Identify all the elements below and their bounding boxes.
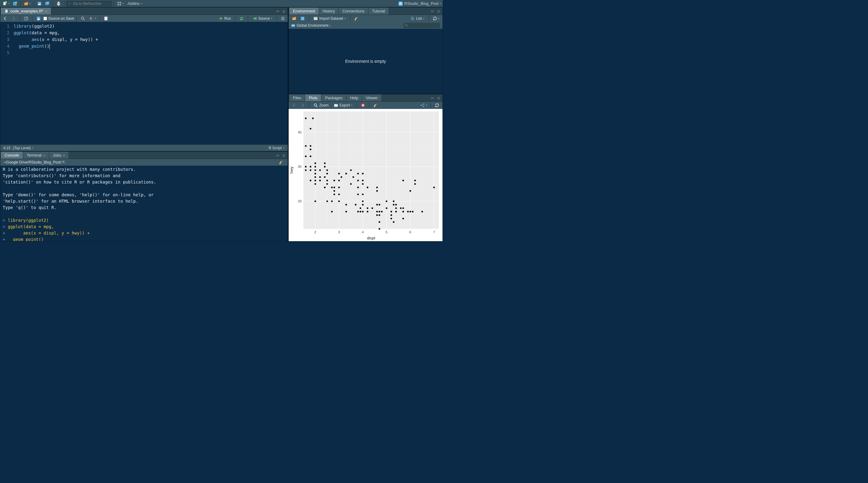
goto-file-function-input[interactable]: Go to file/function [66,1,112,6]
tab-environment[interactable]: Environment [289,8,319,14]
maximize-pane-button[interactable]: ◻ [436,96,441,100]
refresh-env-button[interactable]: ▾ [431,15,441,22]
maximize-pane-button[interactable]: ◻ [436,9,441,13]
close-icon[interactable]: × [43,154,45,157]
source-on-save-checkbox[interactable]: Source on Save [43,17,74,21]
save-workspace-button[interactable] [299,15,306,22]
clear-env-button[interactable] [353,15,360,22]
compile-report-button[interactable] [102,15,110,22]
remove-plot-button[interactable] [359,102,367,108]
clear-plots-button[interactable] [372,102,379,108]
save-button[interactable] [36,1,43,7]
plot-prev-button[interactable] [290,102,298,108]
svg-point-153 [395,211,397,213]
svg-point-149 [391,214,392,216]
code-tools-button[interactable]: ▾ [88,15,97,22]
svg-point-71 [310,145,311,147]
svg-point-135 [376,187,378,188]
export-button[interactable]: Export▾ [332,103,354,108]
tab-terminal[interactable]: Terminal× [23,152,50,159]
tab-history[interactable]: History [319,8,339,14]
maximize-pane-button[interactable]: ◻ [281,9,286,13]
tab-packages[interactable]: Packages [321,94,346,101]
load-workspace-button[interactable] [290,15,298,22]
svg-point-92 [326,183,328,185]
tab-help[interactable]: Help [346,94,362,101]
svg-point-18 [5,10,6,11]
svg-point-109 [345,173,347,174]
svg-point-69 [310,180,311,181]
svg-point-144 [381,211,382,213]
refresh-plot-button[interactable] [433,102,441,108]
new-file-button[interactable]: ▾ [1,1,11,7]
tab-console[interactable]: Console [1,152,23,159]
svg-text:4: 4 [362,230,364,234]
print-button[interactable] [55,1,62,7]
show-in-new-window-button[interactable] [23,15,30,22]
close-icon[interactable]: × [45,9,47,13]
new-project-button[interactable] [11,1,19,7]
svg-point-107 [338,200,340,202]
minimize-pane-button[interactable]: ▭ [429,9,435,13]
minimize-pane-button[interactable]: ▭ [429,96,435,100]
addins-menu[interactable]: Addins ▾ [126,1,144,7]
back-button[interactable] [2,15,9,22]
source-tab-label: code_examples.R* [10,9,43,13]
svg-point-113 [350,183,352,185]
tools-grid-button[interactable]: ▾ [116,1,125,7]
save-all-button[interactable] [44,1,51,7]
tab-plots[interactable]: Plots [305,94,321,101]
tab-connections[interactable]: Connections [339,8,368,14]
view-mode-button[interactable]: List▾ [408,16,426,21]
tab-tutorial[interactable]: Tutorial [368,8,389,14]
open-file-button[interactable]: ▾ [23,1,32,7]
svg-point-98 [331,211,333,213]
close-icon[interactable]: × [63,154,65,157]
env-search-input[interactable] [404,23,440,28]
svg-point-22 [81,17,84,20]
svg-point-105 [338,187,340,188]
tab-viewer[interactable]: Viewer [362,94,382,101]
tab-files[interactable]: Files [289,94,305,101]
svg-point-145 [386,207,387,209]
svg-point-141 [379,228,380,230]
svg-rect-10 [58,4,60,5]
maximize-pane-button[interactable]: ◻ [281,153,286,157]
chevron-down-icon: ▾ [123,2,124,5]
clear-console-button[interactable] [277,159,285,165]
svg-point-114 [352,176,354,178]
svg-point-151 [393,204,394,205]
outline-button[interactable] [279,15,286,22]
tab-jobs[interactable]: Jobs× [49,152,69,159]
console-output[interactable]: R is a collaborative project with many c… [0,166,288,241]
svg-rect-28 [292,25,293,26]
import-dataset-button[interactable]: Import Dataset▾ [311,16,347,21]
svg-point-66 [305,145,307,147]
run-button[interactable]: Run [216,16,233,21]
find-button[interactable] [79,15,87,22]
plot-next-button[interactable] [299,102,306,108]
minimize-pane-button[interactable]: ▭ [275,9,280,13]
env-scope-selector[interactable]: Global Environment▾ [297,23,331,28]
scope-selector[interactable]: (Top Level)⇕ [13,146,34,150]
save-source-button[interactable] [35,15,42,22]
minimize-pane-button[interactable]: ▭ [275,153,280,157]
publish-plot-button[interactable]: ▾ [419,102,428,108]
forward-button[interactable] [10,15,17,22]
source-tab[interactable]: code_examples.R* × [1,8,51,14]
svg-rect-5 [38,4,40,5]
svg-point-74 [310,128,311,129]
project-menu[interactable]: R RStudio_Blog_Post ▾ [398,1,442,6]
svg-point-123 [362,200,364,202]
svg-text:5: 5 [386,230,388,234]
source-button[interactable]: Source ▾ [250,16,274,21]
svg-point-146 [386,200,387,202]
svg-point-161 [407,211,408,213]
popout-icon[interactable]: ⇱ [62,160,65,164]
filetype-selector[interactable]: R Script⇕ [269,146,285,150]
main-toolbar: ▾ ▾ Go to file/function ▾ [0,0,443,7]
code-editor[interactable]: 12345 library(ggplot2)ggplot(data = mpg,… [0,22,288,144]
zoom-button[interactable]: Zoom [311,103,331,108]
rerun-button[interactable] [238,15,245,22]
svg-point-81 [314,180,316,181]
